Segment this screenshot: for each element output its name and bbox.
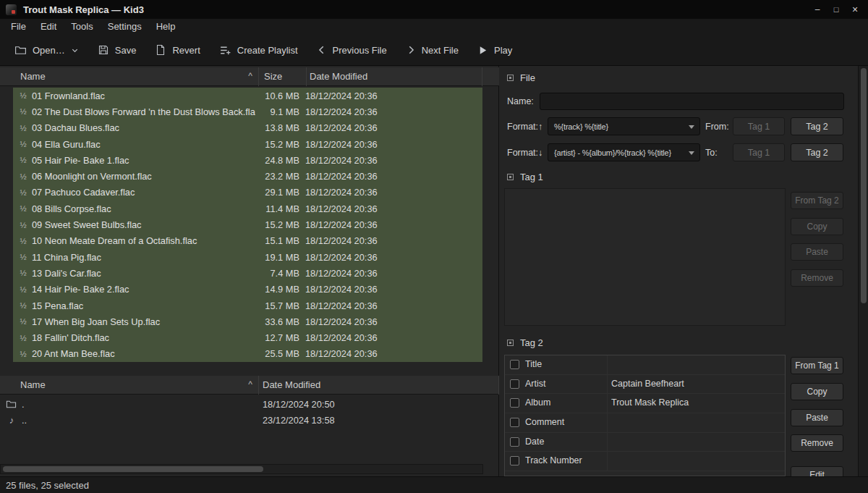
file-row[interactable]: ½ 04 Ella Guru.flac 15.2 MB 18/12/2024 2… xyxy=(13,136,482,152)
tag2-field-row[interactable]: Track Number xyxy=(505,452,785,471)
field-checkbox[interactable] xyxy=(510,360,519,369)
close-button[interactable]: × xyxy=(848,3,862,16)
field-label: Artist xyxy=(525,379,545,389)
toolbar: Open… Save Revert Create Playlist Previo… xyxy=(0,35,868,66)
tag1-copy-button[interactable]: Copy xyxy=(791,218,843,235)
file-row[interactable]: ½ 07 Pachuco Cadaver.flac 29.1 MB 18/12/… xyxy=(13,185,482,201)
tag2-paste-button[interactable]: Paste xyxy=(791,409,843,426)
horizontal-scrollbar[interactable] xyxy=(0,464,483,474)
tag2-field-row[interactable]: Title xyxy=(505,355,785,375)
horizontal-scrollbar-thumb[interactable] xyxy=(3,466,263,472)
format-from-tag-combobox[interactable]: %{track} %{title} xyxy=(548,117,700,135)
filename-input[interactable] xyxy=(540,93,844,110)
file-row[interactable]: ½ 15 Pena.flac 15.7 MB 18/12/2024 20:36 xyxy=(13,298,482,313)
file-row[interactable]: ½ 18 Fallin' Ditch.flac 12.7 MB 18/12/20… xyxy=(13,329,482,345)
open-button[interactable]: Open… xyxy=(7,40,86,61)
file-row[interactable]: ½ 17 When Big Joan Sets Up.flac 33.6 MB … xyxy=(13,313,482,329)
file-row[interactable]: ½ 09 Sweet Sweet Bulbs.flac 15.2 MB 18/1… xyxy=(13,216,482,232)
dir-row-current[interactable]: . 18/12/2024 20:50 xyxy=(0,396,499,412)
file-size: 19.1 MB xyxy=(255,252,303,263)
file-row[interactable]: ½ 11 China Pig.flac 19.1 MB 18/12/2024 2… xyxy=(13,249,482,265)
filename-from-tag2-button[interactable]: Tag 2 xyxy=(791,117,843,135)
tag2-from-tag1-button[interactable]: From Tag 1 xyxy=(791,357,843,374)
tag-v2-icon: ½ xyxy=(18,124,28,132)
field-checkbox[interactable] xyxy=(510,398,519,408)
file-row[interactable]: ½ 13 Dali's Car.flac 7.4 MB 18/12/2024 2… xyxy=(13,265,482,281)
dir-column-header-name[interactable]: Name ^ xyxy=(0,376,259,395)
folder-icon xyxy=(6,399,17,410)
tag2-field-row[interactable]: Album Trout Mask Replica xyxy=(505,394,785,413)
tag2-section-title: Tag 2 xyxy=(520,337,543,348)
tag1-from-filename-button[interactable]: Tag 1 xyxy=(733,143,785,161)
tag-v2-icon: ½ xyxy=(18,204,28,213)
column-header-name[interactable]: Name ^ xyxy=(0,67,259,86)
menu-settings[interactable]: Settings xyxy=(101,19,149,35)
file-row[interactable]: ½ 06 Moonlight on Vermont.flac 23.2 MB 1… xyxy=(13,168,482,184)
play-button[interactable]: Play xyxy=(470,41,519,60)
format-to-tag-combobox[interactable]: {artist} - %{album}/%{track} %{title} xyxy=(548,143,700,161)
tag1-remove-button[interactable]: Remove xyxy=(791,269,843,287)
field-label: Comment xyxy=(525,417,564,427)
file-section-header[interactable]: File xyxy=(507,72,535,83)
tag2-section-header[interactable]: Tag 2 xyxy=(507,337,543,348)
file-size: 14.9 MB xyxy=(255,284,303,295)
dir-column-header-modified[interactable]: Date Modified xyxy=(259,376,499,395)
field-checkbox[interactable] xyxy=(510,456,519,465)
file-row[interactable]: ½ 03 Dachau Blues.flac 13.8 MB 18/12/202… xyxy=(13,120,482,136)
file-row[interactable]: ½ 01 Frownland.flac 10.6 MB 18/12/2024 2… xyxy=(13,88,482,104)
to-label: To: xyxy=(705,148,718,158)
tag2-field-row[interactable]: Comment xyxy=(505,413,785,433)
file-row[interactable]: ½ 14 Hair Pie- Bake 2.flac 14.9 MB 18/12… xyxy=(13,282,482,298)
vertical-scrollbar[interactable] xyxy=(858,66,868,476)
format-from-tag-value: %{track} %{title} xyxy=(554,122,608,131)
field-checkbox[interactable] xyxy=(510,437,519,447)
dir-name: .. xyxy=(22,415,259,426)
minimize-button[interactable]: – xyxy=(810,3,825,16)
vertical-scrollbar-thumb[interactable] xyxy=(861,68,867,303)
dir-row-parent[interactable]: ♪ .. 23/12/2024 13:58 xyxy=(0,412,499,428)
tag-v2-icon: ½ xyxy=(18,237,28,245)
next-file-button[interactable]: Next File xyxy=(399,41,466,60)
tag1-section-header[interactable]: Tag 1 xyxy=(507,172,543,182)
field-value[interactable]: Captain Beefheart xyxy=(611,379,782,389)
dir-column-header-modified-label: Date Modified xyxy=(263,379,320,390)
tag1-from-tag2-button[interactable]: From Tag 2 xyxy=(791,192,843,209)
tag2-field-row[interactable]: Artist Captain Beefheart xyxy=(505,375,785,395)
menu-help[interactable]: Help xyxy=(149,19,183,35)
filename-from-tag1-button[interactable]: Tag 1 xyxy=(733,117,785,135)
chevron-down-icon[interactable] xyxy=(71,46,79,54)
field-checkbox[interactable] xyxy=(510,379,519,389)
tag2-edit-button[interactable]: Edit xyxy=(791,466,843,476)
field-value[interactable]: Trout Mask Replica xyxy=(611,397,782,408)
create-playlist-button[interactable]: Create Playlist xyxy=(212,40,305,61)
menu-edit[interactable]: Edit xyxy=(33,19,64,35)
file-name: 15 Pena.flac xyxy=(28,300,255,311)
menu-tools[interactable]: Tools xyxy=(64,19,100,35)
file-size: 15.2 MB xyxy=(255,219,303,230)
save-button[interactable]: Save xyxy=(90,40,144,60)
previous-file-button[interactable]: Previous File xyxy=(310,41,394,60)
maximize-button[interactable]: □ xyxy=(829,3,843,16)
revert-button[interactable]: Revert xyxy=(148,40,207,60)
file-date: 18/12/2024 20:36 xyxy=(303,332,479,343)
file-row[interactable]: ½ 08 Bills Corpse.flac 11.4 MB 18/12/202… xyxy=(13,201,482,216)
column-header-size[interactable]: Size xyxy=(259,67,307,86)
button-label: Remove xyxy=(801,438,833,448)
file-size: 11.4 MB xyxy=(255,203,303,214)
tag2-field-row[interactable]: Date xyxy=(505,433,785,452)
tag2-copy-button[interactable]: Copy xyxy=(791,383,843,400)
button-label: Paste xyxy=(806,413,828,423)
tag2-from-filename-button[interactable]: Tag 2 xyxy=(791,143,843,161)
close-icon: × xyxy=(852,4,858,15)
file-row[interactable]: ½ 10 Neon Meate Dream of a Octafish.flac… xyxy=(13,233,482,249)
save-icon xyxy=(98,44,109,56)
menu-file[interactable]: File xyxy=(4,19,33,35)
field-checkbox[interactable] xyxy=(510,418,519,427)
tag1-paste-button[interactable]: Paste xyxy=(791,243,843,261)
column-header-modified[interactable]: Date Modified xyxy=(307,67,482,86)
file-row[interactable]: ½ 20 Ant Man Bee.flac 25.5 MB 18/12/2024… xyxy=(13,346,482,362)
file-row[interactable]: ½ 02 The Dust Blows Forward 'n the Dust … xyxy=(13,104,482,119)
tag2-remove-button[interactable]: Remove xyxy=(791,434,843,452)
file-table-header: Name ^ Size Date Modified xyxy=(0,67,499,86)
file-row[interactable]: ½ 05 Hair Pie- Bake 1.flac 24.8 MB 18/12… xyxy=(13,152,482,168)
